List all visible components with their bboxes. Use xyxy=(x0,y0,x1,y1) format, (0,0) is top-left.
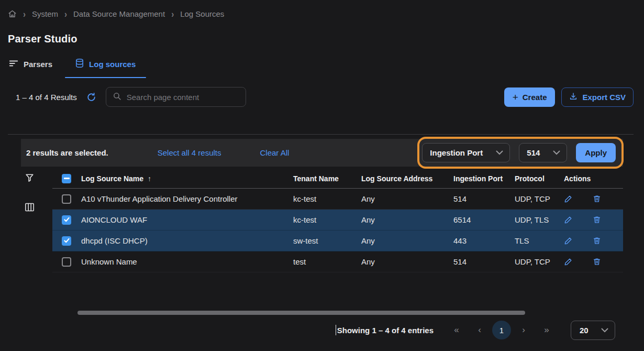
value-dropdown-value: 514 xyxy=(527,148,540,157)
page-size-dropdown[interactable]: 20 xyxy=(571,321,615,340)
cell-log-source-name: Unknown Name xyxy=(81,257,293,266)
cell-log-source-name: A10 vThunder Application Delivery Contro… xyxy=(81,194,293,203)
cell-protocol: UDP, TCP xyxy=(515,257,558,266)
pagination-footer: Showing 1 – 4 of 4 entries « ‹ 1 › » 20 xyxy=(0,320,644,341)
tab-parsers[interactable]: Parsers xyxy=(9,59,52,78)
breadcrumb-log-sources[interactable]: Log Sources xyxy=(180,9,224,18)
tab-log-sources[interactable]: Log sources xyxy=(75,59,136,78)
row-checkbox[interactable] xyxy=(62,257,71,267)
search-box xyxy=(106,87,246,107)
selection-banner: 2 results are selected. Select all 4 res… xyxy=(21,139,623,167)
cell-protocol: TLS xyxy=(515,236,558,245)
last-page-button[interactable]: » xyxy=(535,325,558,335)
current-page-indicator[interactable]: 1 xyxy=(492,321,511,339)
refresh-icon[interactable] xyxy=(86,92,96,102)
page-size-value: 20 xyxy=(580,326,589,335)
first-page-button[interactable]: « xyxy=(445,325,468,335)
cell-tenant-name: kc-test xyxy=(293,215,361,224)
filter-icon[interactable] xyxy=(25,173,35,183)
delete-icon[interactable] xyxy=(593,257,601,266)
bulk-edit-controls: Ingestion Port 514 Apply xyxy=(422,143,616,162)
breadcrumb-separator-icon: › xyxy=(23,8,26,19)
header-log-source-address[interactable]: Log Source Address xyxy=(361,174,453,183)
sort-ascending-icon: ↑ xyxy=(148,174,151,183)
breadcrumb-system[interactable]: System xyxy=(32,9,58,18)
cell-log-source-name: dhcpd (ISC DHCP) xyxy=(81,236,293,245)
create-button[interactable]: + Create xyxy=(504,87,556,107)
apply-button[interactable]: Apply xyxy=(576,143,616,162)
delete-icon[interactable] xyxy=(593,194,601,203)
chevron-down-icon xyxy=(496,150,503,155)
edit-icon[interactable] xyxy=(564,215,573,224)
pager: « ‹ 1 › » xyxy=(445,321,558,339)
breadcrumb-data-source-management[interactable]: Data Source Management xyxy=(73,9,165,18)
database-icon xyxy=(75,59,84,69)
search-input[interactable] xyxy=(127,93,239,102)
chevron-down-icon xyxy=(553,150,560,155)
header-log-source-name[interactable]: Log Source Name ↑ xyxy=(81,174,293,183)
export-csv-button[interactable]: Export CSV xyxy=(561,87,634,107)
download-icon xyxy=(569,92,578,102)
cell-log-source-address: Any xyxy=(361,194,453,203)
cell-log-source-name: AIONCLOUD WAF xyxy=(81,215,293,224)
search-icon xyxy=(113,92,121,103)
cell-log-source-address: Any xyxy=(361,257,453,266)
cell-ingestion-port: 514 xyxy=(453,194,515,203)
header-tenant-name[interactable]: Tenant Name xyxy=(293,174,361,183)
create-button-label: Create xyxy=(523,93,547,102)
tab-bar: Parsers Log sources xyxy=(0,45,644,78)
table-row[interactable]: dhcpd (ISC DHCP) sw-test Any 443 TLS xyxy=(52,231,623,251)
cell-ingestion-port: 443 xyxy=(453,236,515,245)
edit-icon[interactable] xyxy=(564,194,573,203)
plus-icon: + xyxy=(513,92,518,102)
cell-ingestion-port: 514 xyxy=(453,257,515,266)
select-all-link[interactable]: Select all 4 results xyxy=(158,148,221,157)
horizontal-scrollbar[interactable] xyxy=(77,311,525,315)
cell-tenant-name: test xyxy=(293,257,361,266)
row-checkbox[interactable] xyxy=(62,236,71,246)
home-icon[interactable] xyxy=(8,9,17,18)
columns-icon[interactable] xyxy=(25,203,35,212)
showing-entries-text: Showing 1 – 4 of 4 entries xyxy=(337,326,434,335)
previous-page-button[interactable]: ‹ xyxy=(468,325,491,335)
table-row[interactable]: Unknown Name test Any 514 UDP, TCP xyxy=(52,251,623,272)
cell-log-source-address: Any xyxy=(361,236,453,245)
breadcrumb-separator-icon: › xyxy=(64,8,67,19)
table-row[interactable]: A10 vThunder Application Delivery Contro… xyxy=(52,189,623,210)
cell-tenant-name: sw-test xyxy=(293,236,361,245)
header-protocol[interactable]: Protocol xyxy=(515,174,558,183)
text-cursor xyxy=(336,325,336,335)
delete-icon[interactable] xyxy=(593,215,601,224)
chevron-down-icon xyxy=(601,328,608,333)
export-csv-label: Export CSV xyxy=(582,93,626,102)
field-dropdown-value: Ingestion Port xyxy=(430,148,483,157)
cell-tenant-name: kc-test xyxy=(293,194,361,203)
results-count: 1 – 4 of 4 Results xyxy=(16,93,77,102)
edit-icon[interactable] xyxy=(564,257,573,266)
header-ingestion-port[interactable]: Ingestion Port xyxy=(453,174,515,183)
breadcrumb-separator-icon: › xyxy=(171,8,174,19)
table-row[interactable]: AIONCLOUD WAF kc-test Any 6514 UDP, TLS xyxy=(52,210,623,231)
edit-icon[interactable] xyxy=(564,236,573,245)
table-left-rail xyxy=(25,173,35,212)
toolbar-actions: + Create Export CSV xyxy=(504,87,634,107)
field-dropdown[interactable]: Ingestion Port xyxy=(422,143,510,162)
cell-ingestion-port: 6514 xyxy=(453,215,515,224)
page-title: Parser Studio xyxy=(0,18,644,45)
clear-all-link[interactable]: Clear All xyxy=(260,148,290,157)
delete-icon[interactable] xyxy=(593,236,601,245)
tab-parsers-label: Parsers xyxy=(24,60,52,69)
row-checkbox[interactable] xyxy=(62,215,71,225)
selection-count-text: 2 results are selected. xyxy=(26,148,108,157)
cell-protocol: UDP, TCP xyxy=(515,194,558,203)
row-checkbox[interactable] xyxy=(62,194,71,204)
cell-log-source-address: Any xyxy=(361,215,453,224)
cell-protocol: UDP, TLS xyxy=(515,215,558,224)
breadcrumb: › System › Data Source Management › Log … xyxy=(0,0,644,18)
select-all-checkbox[interactable] xyxy=(62,174,71,183)
parsers-icon xyxy=(9,59,18,69)
tabs-divider xyxy=(8,134,634,135)
value-dropdown[interactable]: 514 xyxy=(519,143,567,162)
next-page-button[interactable]: › xyxy=(512,325,535,335)
table-header-row: Log Source Name ↑ Tenant Name Log Source… xyxy=(52,169,623,189)
